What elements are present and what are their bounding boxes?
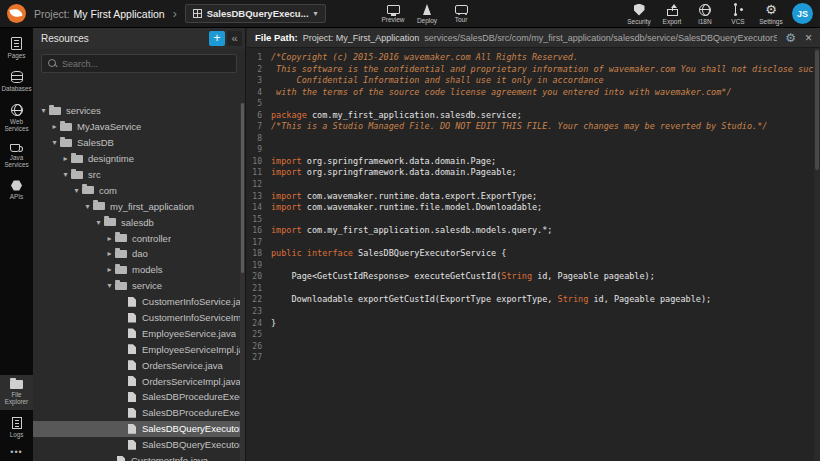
tree-item[interactable]: ▾src (33, 167, 240, 183)
tree-item[interactable]: ▾com (33, 182, 240, 198)
user-avatar[interactable]: JS (792, 3, 813, 24)
globe-icon (699, 4, 711, 16)
left-sidebar: Pages Databases Web Services Java Servic… (0, 28, 33, 461)
folder-icon (60, 139, 72, 147)
sidebar-item-pages[interactable]: Pages (0, 35, 33, 61)
caret-right-icon[interactable]: ▸ (50, 122, 59, 131)
tour-button[interactable]: Tour (446, 1, 476, 27)
sidebar-item-more[interactable]: ••• (0, 445, 33, 459)
project-name[interactable]: My First Application (74, 8, 165, 20)
add-resource-button[interactable]: + (209, 31, 225, 46)
security-button[interactable]: Security (624, 1, 654, 27)
deploy-button[interactable]: Deploy (412, 1, 442, 27)
chevron-right-icon: › (173, 7, 177, 21)
tree-item[interactable]: ▸MyJavaService (33, 119, 240, 135)
tree-item[interactable]: ▾services (33, 103, 240, 119)
sidebar-item-web-services[interactable]: Web Services (0, 102, 33, 134)
settings-label: Settings (759, 18, 783, 25)
caret-right-icon[interactable]: ▸ (105, 234, 114, 243)
line-number: 8 (247, 133, 271, 145)
java-services-label: Java Services (1, 154, 32, 168)
grid-icon (193, 9, 202, 18)
branch-icon (733, 3, 743, 16)
tree-item[interactable]: ▸dao (33, 246, 240, 262)
resources-scrollbar[interactable] (240, 103, 245, 461)
line-number: 20 (247, 271, 271, 283)
tree-item-label: src (88, 169, 101, 180)
search-input[interactable] (62, 59, 230, 69)
tree-item[interactable]: ▸models (33, 262, 240, 278)
tree-item[interactable]: EmployeeService.java (33, 325, 240, 341)
sidebar-item-apis[interactable]: APIs (0, 178, 33, 202)
caret-down-icon[interactable]: ▾ (94, 218, 103, 227)
tree-item[interactable]: SalesDBQueryExecutorService.java (33, 421, 240, 437)
code-line: 10import org.springframework.data.domain… (247, 156, 820, 168)
tree-item[interactable]: ▾service (33, 278, 240, 294)
caret-right-icon[interactable]: ▸ (105, 265, 114, 274)
tree-item[interactable]: ▾salesdb (33, 214, 240, 230)
sidebar-item-file-explorer[interactable]: File Explorer (0, 375, 33, 410)
caret-down-icon[interactable]: ▾ (61, 170, 70, 179)
tree-item[interactable]: SalesDBProcedureExecutorService.java (33, 389, 240, 405)
collapse-panel-icon[interactable]: « (227, 31, 242, 46)
folder-icon (115, 266, 127, 274)
export-button[interactable]: Export (657, 1, 687, 27)
caret-right-icon[interactable]: ▸ (61, 154, 70, 163)
code-line: 14import com.wavemaker.runtime.file.mode… (247, 202, 820, 214)
resources-scrollbar-thumb[interactable] (241, 103, 244, 273)
tree-item[interactable]: ▾SalesDB (33, 135, 240, 151)
tree-item[interactable]: ▾my_first_application (33, 198, 240, 214)
tree-item[interactable]: ▸designtime (33, 151, 240, 167)
resources-title: Resources (41, 33, 89, 44)
line-number: 23 (247, 306, 271, 318)
file-icon (128, 440, 136, 450)
code-line: 13import com.wavemaker.runtime.data.expo… (247, 191, 820, 203)
resources-panel: Resources + « ▾services▸MyJavaService▾Sa… (33, 28, 246, 461)
project-label: Project: (34, 8, 70, 20)
sidebar-item-logs[interactable]: Logs (0, 415, 33, 440)
editor-scrollbar[interactable] (814, 48, 820, 461)
close-file-icon[interactable]: × (805, 32, 812, 44)
file-icon (128, 424, 136, 434)
file-icon (128, 408, 136, 418)
caret-down-icon[interactable]: ▾ (39, 106, 48, 115)
tree-item[interactable]: EmployeeServiceImpl.java (33, 341, 240, 357)
caret-down-icon[interactable]: ▾ (50, 138, 59, 147)
tree-item[interactable]: SalesDBQueryExecutorServiceImpl.java (33, 437, 240, 453)
tree-item-label: MyJavaService (77, 121, 141, 132)
tree-item[interactable]: CustomerInfoServiceImpl.java (33, 310, 240, 326)
sidebar-item-java-services[interactable]: Java Services (0, 142, 33, 170)
more-icon: ••• (10, 447, 22, 457)
sidebar-item-databases[interactable]: Databases (0, 69, 33, 94)
file-dropdown[interactable]: SalesDBQueryExecu... ▾ (185, 4, 326, 23)
code-line: 20 Page<GetCustIdResponse> executeGetCus… (247, 271, 820, 283)
tree-item[interactable]: CustomerInfoService.java (33, 294, 240, 310)
i18n-button[interactable]: i18N (690, 1, 720, 27)
caret-down-icon[interactable]: ▾ (105, 281, 114, 290)
settings-button[interactable]: ⚙ Settings (756, 1, 786, 27)
tree-item[interactable]: SalesDBProcedureExecutorServiceImpl.java (33, 405, 240, 421)
file-icon (128, 392, 136, 402)
tree-item[interactable]: OrdersService.java (33, 357, 240, 373)
editor-scrollbar-thumb[interactable] (815, 50, 819, 170)
line-number: 9 (247, 144, 271, 156)
tree-item[interactable]: CustomerInfo.java (33, 453, 240, 461)
code-line: 6package com.my_first_application.salesd… (247, 110, 820, 122)
caret-right-icon[interactable]: ▸ (105, 249, 114, 258)
caret-down-icon[interactable]: ▾ (72, 186, 81, 195)
caret-down-icon[interactable]: ▾ (83, 202, 92, 211)
code-editor[interactable]: 1/*Copyright (c) 2015-2016 wavemaker.com… (247, 48, 820, 461)
line-number: 6 (247, 110, 271, 122)
wavemaker-logo-icon[interactable] (7, 4, 26, 23)
code-line: 24} (247, 318, 820, 330)
tree-item[interactable]: ▸controller (33, 230, 240, 246)
file-path-value: services/SalesDB/src/com/my_first_applic… (424, 33, 777, 43)
tree-item[interactable]: OrdersServiceImpl.java (33, 373, 240, 389)
vcs-button[interactable]: VCS (723, 1, 753, 27)
topbar: Project: My First Application › SalesDBQ… (0, 0, 820, 28)
folder-icon (82, 186, 94, 194)
preview-button[interactable]: Preview (378, 1, 408, 27)
file-settings-gear-icon[interactable]: ⚙ (785, 32, 796, 44)
tree-item-label: OrdersServiceImpl.java (142, 376, 240, 387)
file-path-bar: File Path: Project: My_First_Application… (247, 28, 820, 48)
